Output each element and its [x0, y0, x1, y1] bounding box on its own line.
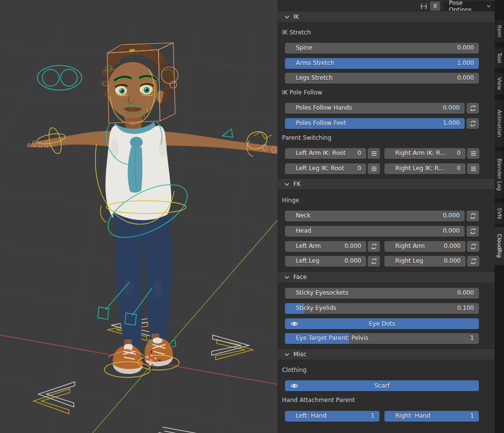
tab-view[interactable]: View — [495, 72, 504, 95]
sticky-eyesockets-slider[interactable]: Sticky Eyesockets 0.000 — [285, 288, 479, 299]
slider-label: Right Arm IK: R... — [395, 150, 445, 156]
right-leg-ik-parent[interactable]: Right Leg IK: R... 0 — [384, 163, 466, 174]
legs-stretch-slider[interactable]: Legs Stretch 0.000 — [285, 73, 479, 84]
panel-header-ik[interactable]: IK — [278, 11, 495, 23]
arms-stretch-slider[interactable]: Arms Stretch 1.000 — [285, 58, 479, 69]
close-button[interactable]: X — [430, 1, 440, 11]
collapse-chevron-icon — [284, 183, 289, 186]
panel-header-misc[interactable]: Misc — [278, 348, 495, 360]
refresh-icon — [470, 105, 476, 112]
toggle-label: Scarf — [375, 382, 390, 389]
slider-value: 0 — [357, 165, 361, 172]
refresh-button[interactable] — [467, 226, 479, 237]
slider-label: Right: Hand — [395, 412, 430, 419]
right-hand-parent-slider[interactable]: Right: Hand 1 — [384, 411, 479, 422]
parent-menu-button[interactable] — [467, 148, 479, 159]
tab-blender-log[interactable]: Blender Log — [495, 151, 504, 199]
left-hand-parent-slider[interactable]: Left: Hand 1 — [285, 411, 379, 422]
slider-value: 0.000 — [444, 243, 461, 249]
x-mirror-button[interactable] — [419, 1, 429, 11]
refresh-button[interactable] — [467, 103, 479, 114]
tab-label: Blender Log — [496, 158, 503, 191]
slider-value: 0.000 — [443, 227, 460, 234]
clothing-label: Clothing — [282, 367, 307, 373]
left-leg-ik-parent[interactable]: Left Leg IK: Root 0 — [285, 163, 366, 174]
sticky-eyelids-slider[interactable]: Sticky Eyelids 0.100 — [285, 303, 479, 314]
slider-label: Eye Target Parent: Pelvis — [296, 335, 368, 341]
slider-label: Poles Follow Feet — [296, 120, 346, 126]
spine-stretch-slider[interactable]: Spine 0.000 — [285, 43, 479, 54]
svg-text:1: 1 — [146, 108, 149, 113]
slider-value: 0 — [457, 165, 461, 172]
tab-tool[interactable]: Tool — [495, 47, 504, 69]
refresh-button[interactable] — [467, 256, 479, 267]
parent-menu-button[interactable] — [467, 163, 479, 174]
panel-header-fk[interactable]: FK — [278, 178, 495, 190]
slider-value: 1 — [470, 412, 474, 419]
head-hinge-slider[interactable]: Head 0.000 — [285, 226, 465, 237]
slider-value: 0 — [357, 150, 361, 156]
refresh-button[interactable] — [467, 241, 479, 252]
eye-icon — [290, 321, 298, 328]
menu-icon — [371, 166, 377, 171]
slider-value: 0.000 — [444, 257, 461, 264]
refresh-icon — [470, 243, 477, 250]
slider-value: 1 — [470, 335, 474, 341]
eye-target-parent-slider[interactable]: Eye Target Parent: Pelvis 1 — [285, 333, 479, 344]
close-label: X — [433, 3, 437, 9]
poles-follow-hands-slider[interactable]: Poles Follow Hands 0.000 — [285, 103, 465, 114]
tab-label: Tool — [496, 53, 503, 63]
slider-value: 0 — [457, 150, 461, 156]
refresh-button[interactable] — [467, 118, 479, 129]
slider-value: 0.100 — [457, 305, 474, 311]
slider-label: Left Leg IK: Root — [296, 165, 344, 172]
slider-value: 0.000 — [457, 44, 474, 51]
viewport-scene: 1 — [0, 0, 278, 433]
panel-header-face[interactable]: Face — [278, 271, 495, 283]
tab-label: View — [496, 77, 503, 90]
tab-label: Animation — [496, 110, 503, 137]
slider-label: Arms Stretch — [296, 60, 334, 66]
tab-label: SVN — [496, 208, 503, 219]
slider-value: 0.000 — [457, 74, 474, 81]
slider-value: 0.000 — [345, 243, 361, 249]
slider-value: 1 — [371, 412, 375, 419]
collapse-chevron-icon — [284, 276, 289, 279]
slider-value: 0.000 — [443, 212, 460, 219]
parent-menu-button[interactable] — [368, 148, 380, 159]
refresh-button[interactable] — [368, 256, 380, 267]
scarf-toggle[interactable]: Scarf — [285, 380, 479, 391]
panel-title: IK — [293, 13, 299, 20]
left-arm-ik-parent[interactable]: Left Arm IK: Root 0 — [285, 148, 366, 159]
pose-options-dropdown[interactable]: Pose Options — [443, 1, 495, 11]
slider-value: 0.000 — [345, 257, 361, 264]
panel-title: Face — [293, 274, 307, 280]
left-arm-hinge-slider[interactable]: Left Arm 0.000 — [285, 241, 366, 252]
left-leg-hinge-slider[interactable]: Left Leg 0.000 — [285, 256, 366, 267]
refresh-button[interactable] — [368, 241, 380, 252]
neck-hinge-slider[interactable]: Neck 0.000 — [285, 211, 465, 221]
tab-svn[interactable]: SVN — [495, 202, 504, 225]
poles-follow-feet-slider[interactable]: Poles Follow Feet 1.000 — [285, 118, 465, 129]
eye-dots-toggle[interactable]: Eye Dots — [285, 318, 479, 329]
refresh-icon — [470, 213, 476, 219]
refresh-button[interactable] — [467, 211, 479, 221]
right-arm-ik-parent[interactable]: Right Arm IK: R... 0 — [384, 148, 466, 159]
viewport-3d[interactable]: 1 — [0, 0, 278, 433]
right-arm-hinge-slider[interactable]: Right Arm 0.000 — [384, 241, 466, 252]
tab-cloudrig[interactable]: CloudRig — [495, 227, 504, 265]
refresh-icon — [470, 120, 476, 127]
hand-attachment-label: Hand Attachment Parent — [282, 397, 355, 403]
parent-menu-button[interactable] — [368, 163, 380, 174]
chevron-down-icon — [487, 5, 491, 7]
slider-label: Left Arm IK: Root — [296, 150, 346, 156]
tab-item[interactable]: Item — [495, 20, 504, 43]
slider-label: Left: Hand — [296, 412, 326, 419]
slider-value: 0.000 — [457, 289, 474, 296]
parent-switching-label: Parent Switching — [282, 134, 331, 141]
toggle-label: Eye Dots — [369, 320, 395, 327]
tab-animation[interactable]: Animation — [495, 99, 504, 148]
tab-label: CloudRig — [496, 234, 503, 258]
right-leg-hinge-slider[interactable]: Right Leg 0.000 — [384, 256, 466, 267]
collapse-chevron-icon — [284, 15, 289, 19]
